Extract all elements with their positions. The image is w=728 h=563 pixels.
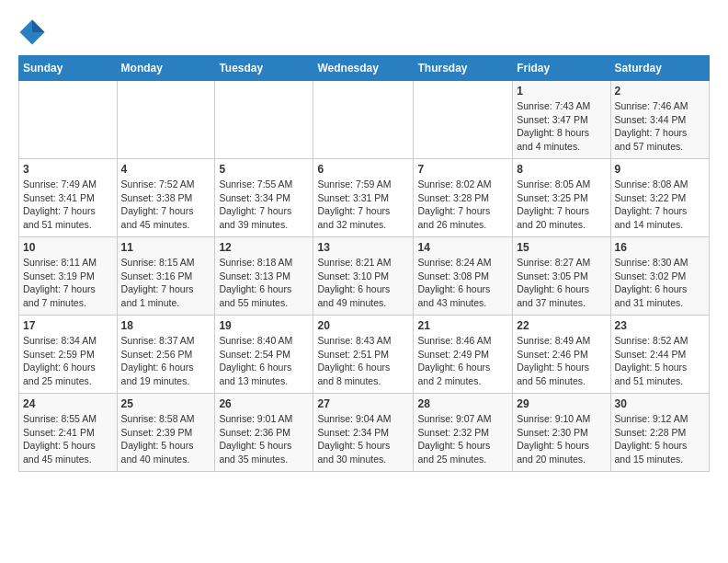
- calendar-cell: [19, 81, 118, 159]
- calendar-cell: 12Sunrise: 8:18 AM Sunset: 3:13 PM Dayli…: [215, 237, 313, 316]
- day-info: Sunrise: 8:24 AM Sunset: 3:08 PM Dayligh…: [417, 256, 508, 310]
- week-row-2: 3Sunrise: 7:49 AM Sunset: 3:41 PM Daylig…: [19, 159, 710, 237]
- day-info: Sunrise: 8:37 AM Sunset: 2:56 PM Dayligh…: [121, 334, 211, 388]
- day-number: 11: [121, 241, 211, 254]
- week-row-3: 10Sunrise: 8:11 AM Sunset: 3:19 PM Dayli…: [19, 237, 710, 316]
- calendar-cell: 29Sunrise: 9:10 AM Sunset: 2:30 PM Dayli…: [513, 394, 610, 472]
- day-number: 20: [317, 319, 409, 332]
- calendar-cell: [117, 81, 215, 159]
- day-number: 21: [417, 319, 508, 332]
- week-row-5: 24Sunrise: 8:55 AM Sunset: 2:41 PM Dayli…: [19, 394, 710, 472]
- day-number: 10: [23, 241, 113, 254]
- logo-icon: [18, 18, 46, 46]
- page-header: [18, 18, 710, 46]
- day-number: 16: [615, 241, 705, 254]
- calendar-cell: 21Sunrise: 8:46 AM Sunset: 2:49 PM Dayli…: [414, 316, 513, 394]
- day-info: Sunrise: 8:46 AM Sunset: 2:49 PM Dayligh…: [417, 334, 508, 388]
- calendar-cell: 18Sunrise: 8:37 AM Sunset: 2:56 PM Dayli…: [117, 316, 215, 394]
- calendar-cell: 24Sunrise: 8:55 AM Sunset: 2:41 PM Dayli…: [19, 394, 118, 472]
- calendar-cell: 7Sunrise: 8:02 AM Sunset: 3:28 PM Daylig…: [414, 159, 513, 237]
- calendar-cell: 11Sunrise: 8:15 AM Sunset: 3:16 PM Dayli…: [117, 237, 215, 316]
- calendar-cell: 20Sunrise: 8:43 AM Sunset: 2:51 PM Dayli…: [313, 316, 414, 394]
- day-info: Sunrise: 9:12 AM Sunset: 2:28 PM Dayligh…: [615, 412, 705, 466]
- calendar-cell: 22Sunrise: 8:49 AM Sunset: 2:46 PM Dayli…: [513, 316, 610, 394]
- day-header-tuesday: Tuesday: [215, 56, 313, 81]
- day-number: 4: [121, 163, 211, 176]
- logo: [18, 18, 50, 46]
- day-number: 3: [23, 163, 113, 176]
- calendar-cell: 2Sunrise: 7:46 AM Sunset: 3:44 PM Daylig…: [610, 81, 709, 159]
- day-info: Sunrise: 8:30 AM Sunset: 3:02 PM Dayligh…: [615, 256, 705, 310]
- calendar-cell: [215, 81, 313, 159]
- day-number: 15: [517, 241, 606, 254]
- day-number: 8: [517, 163, 606, 176]
- day-info: Sunrise: 7:52 AM Sunset: 3:38 PM Dayligh…: [121, 178, 211, 232]
- day-info: Sunrise: 8:08 AM Sunset: 3:22 PM Dayligh…: [615, 178, 705, 232]
- calendar-table: SundayMondayTuesdayWednesdayThursdayFrid…: [18, 55, 710, 472]
- calendar-cell: 1Sunrise: 7:43 AM Sunset: 3:47 PM Daylig…: [513, 81, 610, 159]
- day-number: 2: [615, 85, 705, 98]
- calendar-cell: 8Sunrise: 8:05 AM Sunset: 3:25 PM Daylig…: [513, 159, 610, 237]
- day-number: 9: [615, 163, 705, 176]
- day-number: 29: [517, 397, 606, 410]
- week-row-4: 17Sunrise: 8:34 AM Sunset: 2:59 PM Dayli…: [19, 316, 710, 394]
- calendar-cell: 30Sunrise: 9:12 AM Sunset: 2:28 PM Dayli…: [610, 394, 709, 472]
- day-info: Sunrise: 9:01 AM Sunset: 2:36 PM Dayligh…: [219, 412, 309, 466]
- calendar-cell: 13Sunrise: 8:21 AM Sunset: 3:10 PM Dayli…: [313, 237, 414, 316]
- day-info: Sunrise: 8:52 AM Sunset: 2:44 PM Dayligh…: [615, 334, 705, 388]
- day-info: Sunrise: 8:27 AM Sunset: 3:05 PM Dayligh…: [517, 256, 606, 310]
- calendar-cell: 25Sunrise: 8:58 AM Sunset: 2:39 PM Dayli…: [117, 394, 215, 472]
- day-header-saturday: Saturday: [610, 56, 709, 81]
- day-info: Sunrise: 8:21 AM Sunset: 3:10 PM Dayligh…: [317, 256, 409, 310]
- day-info: Sunrise: 7:49 AM Sunset: 3:41 PM Dayligh…: [23, 178, 113, 232]
- calendar-cell: 27Sunrise: 9:04 AM Sunset: 2:34 PM Dayli…: [313, 394, 414, 472]
- day-number: 24: [23, 397, 113, 410]
- calendar-cell: [414, 81, 513, 159]
- day-info: Sunrise: 8:40 AM Sunset: 2:54 PM Dayligh…: [219, 334, 309, 388]
- day-info: Sunrise: 9:07 AM Sunset: 2:32 PM Dayligh…: [417, 412, 508, 466]
- day-info: Sunrise: 7:43 AM Sunset: 3:47 PM Dayligh…: [517, 99, 606, 154]
- day-number: 26: [219, 397, 309, 410]
- day-info: Sunrise: 7:46 AM Sunset: 3:44 PM Dayligh…: [615, 99, 705, 154]
- day-number: 17: [23, 319, 113, 332]
- day-number: 1: [517, 85, 606, 98]
- calendar-cell: 10Sunrise: 8:11 AM Sunset: 3:19 PM Dayli…: [19, 237, 118, 316]
- day-number: 6: [317, 163, 409, 176]
- day-info: Sunrise: 8:43 AM Sunset: 2:51 PM Dayligh…: [317, 334, 409, 388]
- day-number: 25: [121, 397, 211, 410]
- day-number: 30: [615, 397, 705, 410]
- day-number: 19: [219, 319, 309, 332]
- calendar-cell: 19Sunrise: 8:40 AM Sunset: 2:54 PM Dayli…: [215, 316, 313, 394]
- day-info: Sunrise: 8:34 AM Sunset: 2:59 PM Dayligh…: [23, 334, 113, 388]
- day-info: Sunrise: 7:59 AM Sunset: 3:31 PM Dayligh…: [317, 178, 409, 232]
- day-info: Sunrise: 8:05 AM Sunset: 3:25 PM Dayligh…: [517, 178, 606, 232]
- calendar-cell: 4Sunrise: 7:52 AM Sunset: 3:38 PM Daylig…: [117, 159, 215, 237]
- day-info: Sunrise: 9:10 AM Sunset: 2:30 PM Dayligh…: [517, 412, 606, 466]
- day-info: Sunrise: 8:15 AM Sunset: 3:16 PM Dayligh…: [121, 256, 211, 310]
- calendar-cell: 17Sunrise: 8:34 AM Sunset: 2:59 PM Dayli…: [19, 316, 118, 394]
- day-number: 28: [417, 397, 508, 410]
- week-row-1: 1Sunrise: 7:43 AM Sunset: 3:47 PM Daylig…: [19, 81, 710, 159]
- day-number: 18: [121, 319, 211, 332]
- calendar-cell: 9Sunrise: 8:08 AM Sunset: 3:22 PM Daylig…: [610, 159, 709, 237]
- day-header-sunday: Sunday: [19, 56, 118, 81]
- calendar-cell: 3Sunrise: 7:49 AM Sunset: 3:41 PM Daylig…: [19, 159, 118, 237]
- day-number: 5: [219, 163, 309, 176]
- calendar-cell: 15Sunrise: 8:27 AM Sunset: 3:05 PM Dayli…: [513, 237, 610, 316]
- day-header-thursday: Thursday: [414, 56, 513, 81]
- svg-marker-1: [32, 20, 45, 33]
- calendar-cell: 14Sunrise: 8:24 AM Sunset: 3:08 PM Dayli…: [414, 237, 513, 316]
- day-info: Sunrise: 8:11 AM Sunset: 3:19 PM Dayligh…: [23, 256, 113, 310]
- day-number: 23: [615, 319, 705, 332]
- calendar-cell: 6Sunrise: 7:59 AM Sunset: 3:31 PM Daylig…: [313, 159, 414, 237]
- day-info: Sunrise: 9:04 AM Sunset: 2:34 PM Dayligh…: [317, 412, 409, 466]
- calendar-cell: 5Sunrise: 7:55 AM Sunset: 3:34 PM Daylig…: [215, 159, 313, 237]
- day-info: Sunrise: 7:55 AM Sunset: 3:34 PM Dayligh…: [219, 178, 309, 232]
- day-header-monday: Monday: [117, 56, 215, 81]
- day-header-row: SundayMondayTuesdayWednesdayThursdayFrid…: [19, 56, 710, 81]
- day-number: 22: [517, 319, 606, 332]
- day-info: Sunrise: 8:55 AM Sunset: 2:41 PM Dayligh…: [23, 412, 113, 466]
- day-info: Sunrise: 8:18 AM Sunset: 3:13 PM Dayligh…: [219, 256, 309, 310]
- day-header-friday: Friday: [513, 56, 610, 81]
- calendar-cell: 23Sunrise: 8:52 AM Sunset: 2:44 PM Dayli…: [610, 316, 709, 394]
